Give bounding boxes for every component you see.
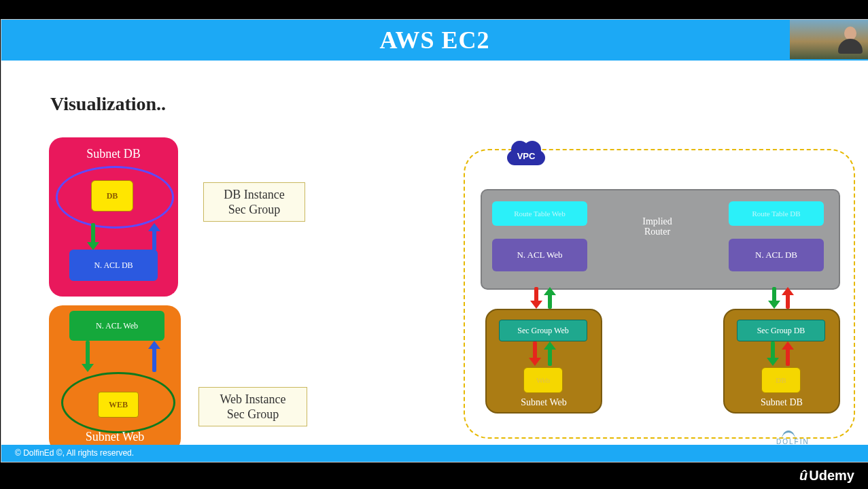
subnet-db-right: Sec Group DB DB Subnet DB xyxy=(723,309,840,414)
section-heading: Visualization.. xyxy=(50,93,166,115)
slide-title: AWS EC2 xyxy=(379,27,489,54)
arrow-down-red-icon xyxy=(530,341,540,366)
sec-group-db-box: Sec Group DB xyxy=(737,320,825,341)
sec-group-web-box: Sec Group Web xyxy=(499,320,587,341)
arrow-down-red-icon xyxy=(532,287,541,309)
arrow-up-red-icon xyxy=(783,287,793,309)
arrow-down-green-icon xyxy=(768,341,778,366)
subnet-web-title: Subnet Web xyxy=(49,430,181,444)
route-table-web-box: Route Table Web xyxy=(492,201,587,226)
arrow-up-blue-icon xyxy=(150,223,159,250)
arrow-up-blue-icon xyxy=(150,341,159,372)
web-sec-group-label: Web Instance Sec Group xyxy=(198,387,307,426)
presenter-silhouette xyxy=(838,25,863,54)
web-instance-right: Web xyxy=(523,367,563,393)
arrow-up-green-icon xyxy=(545,341,555,366)
subnet-db-right-title: Subnet DB xyxy=(725,397,839,408)
arrow-up-red-icon xyxy=(783,341,793,366)
subnet-web-pane: N. ACL Web WEB Subnet Web xyxy=(49,305,181,452)
arrow-down-green-icon xyxy=(88,223,98,250)
slide: AWS EC2 Visualization.. Subnet DB DB N. … xyxy=(1,19,868,462)
subnet-web-right: Sec Group Web Web Subnet Web xyxy=(485,309,602,414)
subnet-web-right-title: Subnet Web xyxy=(487,397,601,408)
udemy-logo: ûUdemy xyxy=(799,468,854,484)
db-instance-right: DB xyxy=(761,367,801,393)
webcam-overlay xyxy=(790,20,868,59)
nacl-web-box: N. ACL Web xyxy=(69,311,164,341)
route-table-db-box: Route Table DB xyxy=(729,201,824,226)
subnet-db-pane: Subnet DB DB N. ACL DB xyxy=(49,137,178,297)
title-bar: AWS EC2 xyxy=(1,20,868,61)
vpc-icon: VPC xyxy=(507,138,545,165)
footer-bar: © DolfinEd ©, All rights reserved. xyxy=(1,445,868,462)
db-sec-group-label: DB Instance Sec Group xyxy=(203,182,305,222)
implied-router-label: Implied Router xyxy=(620,216,695,237)
nacl-db-box: N. ACL DB xyxy=(69,250,158,281)
copyright-text: © DolfinEd ©, All rights reserved. xyxy=(15,448,134,458)
arrow-up-green-icon xyxy=(545,287,555,309)
web-instance-box: WEB xyxy=(98,392,139,418)
vpc-label: VPC xyxy=(507,151,545,161)
subnet-db-title: Subnet DB xyxy=(49,147,178,161)
nacl-web-right-box: N. ACL Web xyxy=(492,239,587,271)
player-brand-strip: ûUdemy xyxy=(0,462,868,489)
arrow-down-green-icon xyxy=(769,287,779,309)
nacl-db-right-box: N. ACL DB xyxy=(729,239,824,271)
db-instance-box: DB xyxy=(91,180,133,212)
arrow-down-green-icon xyxy=(83,341,92,372)
